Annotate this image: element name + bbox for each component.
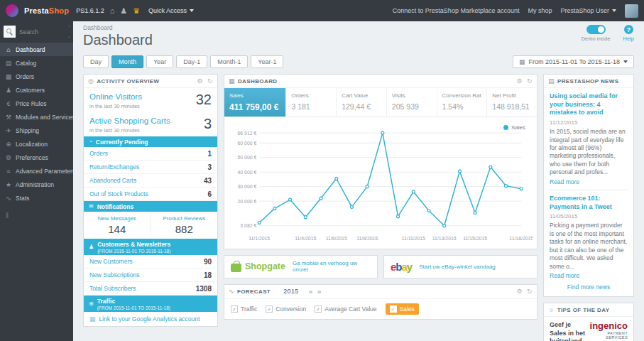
chevron-down-icon (190, 9, 194, 12)
prev-icon[interactable]: « (309, 288, 313, 296)
new-messages-cell[interactable]: New Messages 144 (84, 212, 151, 239)
kpi-visits[interactable]: Visits 205 939 (387, 88, 437, 117)
news-excerpt: In 2015, social media are an integral pa… (550, 128, 628, 177)
my-shop-link[interactable]: My shop (528, 7, 552, 14)
kpi-net-profit[interactable]: Net Profit 148 918,51 € (487, 88, 537, 117)
read-more-link[interactable]: Read more (550, 272, 628, 279)
kpi-cart-value[interactable]: Cart Value 129,44 € (337, 88, 387, 117)
abandoned-carts-row[interactable]: Abandoned Carts 43 (84, 174, 217, 188)
svg-text:11/8/2015: 11/8/2015 (356, 236, 378, 241)
search-icon[interactable] (4, 26, 16, 38)
news-article: Ecommerce 101: Payments in a Tweet 11/05… (550, 190, 628, 279)
sidebar-collapse-icon[interactable]: ‖ (6, 212, 67, 220)
orders-icon: ▦ (5, 73, 12, 80)
customers-icon: ♟ (5, 87, 12, 94)
demo-mode-toggle[interactable]: Demo mode (582, 25, 611, 42)
sidebar: ⌂Dashboard ▤Catalog ▦Orders ♟Customers €… (0, 21, 73, 341)
preferences-icon: ⚙ (5, 154, 12, 161)
sidebar-item-shipping[interactable]: ✈Shipping (0, 124, 73, 137)
shipping-icon: ✈ (5, 127, 12, 134)
sidebar-item-preferences[interactable]: ⚙Preferences (0, 151, 73, 164)
sidebar-item-localization[interactable]: ⊕Localization (0, 137, 73, 151)
trophy-icon[interactable]: ♛ (133, 7, 140, 15)
tab-year-1[interactable]: Year-1 (251, 55, 283, 68)
product-reviews-cell[interactable]: Product Reviews 882 (151, 212, 218, 239)
currently-pending-header: ◔ Currently Pending (84, 136, 217, 147)
kpi-conversion-rate[interactable]: Conversion Rate 1.54% (437, 88, 488, 117)
news-headline[interactable]: Ecommerce 101: Payments in a Tweet (550, 195, 628, 211)
traffic-header: ⊕ Traffic (FROM 2015-11-01 TO 2015-11-18… (84, 296, 217, 312)
chevron-down-icon (623, 60, 628, 63)
search-input[interactable] (16, 26, 70, 38)
employees-icon[interactable]: ♟ (120, 7, 127, 15)
toggle-switch-icon[interactable] (586, 25, 606, 34)
tab-month[interactable]: Month (111, 55, 143, 68)
kpi-sales[interactable]: Sales 411 759,00 € (224, 88, 286, 117)
prestashop-logo[interactable] (6, 4, 18, 17)
sidebar-item-administration[interactable]: ★Administration (0, 178, 73, 191)
marketplace-link[interactable]: Connect to PrestaShop Marketplace accoun… (393, 7, 520, 14)
gear-icon[interactable]: ⚙ (517, 77, 523, 85)
online-visitors-row[interactable]: Online Visitors in the last 30 minutes 3… (84, 88, 217, 112)
checkbox-icon: ✓ (266, 305, 273, 313)
ebay-link[interactable]: Start uw eBay-winkel vandaag (419, 264, 496, 271)
shopgate-promo[interactable]: Shopgate Ga mobiel en verhoog uw omzet (224, 255, 378, 278)
envelope-icon: ✉ (89, 203, 94, 210)
shop-icon[interactable]: ⌂ (110, 7, 115, 15)
tab-month-1[interactable]: Month-1 (210, 55, 248, 68)
checkbox-icon: ✓ (315, 305, 322, 313)
out-of-stock-row[interactable]: Out of Stock Products 6 (84, 188, 217, 201)
forecast-option-average-cart-value[interactable]: ✓ Average Cart Value (315, 305, 376, 313)
date-range-picker[interactable]: ▦ From 2015-11-01 To 2015-11-18 (513, 55, 634, 68)
pending-orders-row[interactable]: Orders 1 (84, 147, 217, 161)
tab-day-1[interactable]: Day-1 (176, 55, 207, 68)
sidebar-item-modules[interactable]: ⚒Modules and Services (0, 110, 73, 124)
sidebar-item-stats[interactable]: ∿Stats (0, 191, 73, 205)
tab-day[interactable]: Day (83, 55, 109, 68)
forecast-option-conversion[interactable]: ✓ Conversion (266, 305, 306, 313)
breadcrumb[interactable]: Dashboard (83, 24, 634, 31)
google-analytics-link[interactable]: ▦ Link to your Google Analytics account (84, 312, 217, 326)
total-subscribers-row[interactable]: Total Subscribers 1308 (84, 282, 217, 296)
news-article: Using social media for your business: 4 … (550, 92, 628, 185)
forecast-option-sales[interactable]: ✓ Sales (386, 303, 419, 315)
news-headline[interactable]: Using social media for your business: 4 … (550, 92, 628, 117)
sidebar-nav: ⌂Dashboard ▤Catalog ▦Orders ♟Customers €… (0, 43, 73, 205)
gear-icon[interactable]: ⚙ (197, 77, 203, 85)
sidebar-item-catalog[interactable]: ▤Catalog (0, 56, 73, 70)
forecast-option-traffic[interactable]: ✓ Traffic (231, 305, 257, 313)
kpi-row: Sales 411 759,00 € Orders 3 181 Cart Val… (224, 88, 537, 117)
quick-access-menu[interactable]: Quick Access (148, 7, 194, 14)
sidebar-item-orders[interactable]: ▦Orders (0, 70, 73, 83)
refresh-icon[interactable]: ↻ (207, 77, 213, 85)
sidebar-item-advanced-parameters[interactable]: ≡Advanced Parameters (0, 164, 73, 178)
refresh-icon[interactable]: ↻ (527, 288, 533, 295)
pending-returns-row[interactable]: Return/Exchanges 3 (84, 161, 217, 174)
administration-icon: ★ (5, 181, 12, 188)
shopgate-link[interactable]: Ga mobiel en verhoog uw omzet (293, 260, 371, 274)
sidebar-item-price-rules[interactable]: €Price Rules (0, 97, 73, 110)
page-header: Dashboard Dashboard Demo mode ? Help (73, 21, 644, 48)
find-more-news-link[interactable]: Find more news (550, 279, 628, 292)
sidebar-item-dashboard[interactable]: ⌂Dashboard (0, 43, 73, 56)
home-icon: ⌂ (5, 46, 12, 53)
user-avatar[interactable] (625, 4, 638, 18)
next-icon[interactable]: » (317, 288, 322, 296)
new-subscriptions-row[interactable]: New Subscriptions 18 (84, 269, 217, 282)
active-carts-row[interactable]: Active Shopping Carts in the last 30 min… (84, 112, 217, 136)
read-more-link[interactable]: Read more (550, 178, 628, 185)
gear-icon[interactable]: ⚙ (517, 288, 523, 295)
tab-year[interactable]: Year (146, 55, 173, 68)
new-customers-row[interactable]: New Customers 90 (84, 255, 217, 269)
refresh-icon[interactable]: ↻ (527, 77, 533, 85)
sidebar-search (4, 26, 70, 38)
svg-text:60 000 €: 60 000 € (238, 141, 257, 146)
user-menu[interactable]: PrestaShop User (560, 7, 616, 14)
forecast-year-select[interactable]: 2015 (283, 288, 299, 295)
kpi-orders[interactable]: Orders 3 181 (286, 88, 337, 117)
ebay-promo[interactable]: ebay Start uw eBay-winkel vandaag (383, 255, 537, 278)
customers-newsletters-header: ♟ Customers & Newsletters (FROM 2015-11-… (84, 239, 217, 255)
svg-text:11/4/2015: 11/4/2015 (295, 236, 316, 241)
sidebar-item-customers[interactable]: ♟Customers (0, 83, 73, 97)
help-button[interactable]: ? Help (623, 25, 634, 42)
